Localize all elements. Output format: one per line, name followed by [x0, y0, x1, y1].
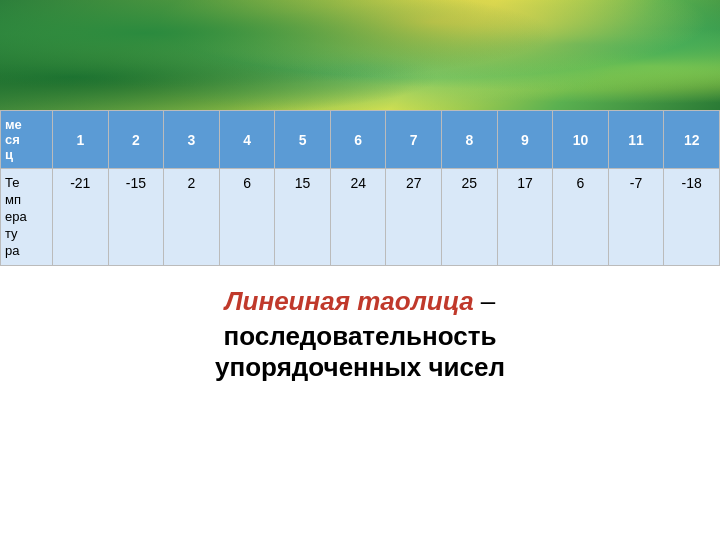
background-gradient: [0, 0, 720, 110]
header-cell-8: 8: [442, 111, 498, 169]
bottom-line-1: Линеиная таолица –: [60, 286, 660, 317]
data-cell-4: 6: [219, 169, 275, 266]
data-cell-3: 2: [164, 169, 220, 266]
data-cell-2: -15: [108, 169, 164, 266]
data-cell-12: -18: [664, 169, 720, 266]
data-cell-1: -21: [53, 169, 109, 266]
data-cell-11: -7: [608, 169, 664, 266]
bottom-line-3: упорядоченных чисел: [60, 352, 660, 383]
data-cell-label: Температура: [1, 169, 53, 266]
bottom-line-2: последовательность: [60, 321, 660, 352]
bottom-text-block: Линеиная таолица – последовательность уп…: [0, 266, 720, 393]
header-cell-2: 2: [108, 111, 164, 169]
table-container: месяц 1 2 3 4 5 6 7 8 9 10 11 12 Темпера…: [0, 110, 720, 266]
header-cell-month: месяц: [1, 111, 53, 169]
header-cell-9: 9: [497, 111, 553, 169]
header-cell-11: 11: [608, 111, 664, 169]
data-table: месяц 1 2 3 4 5 6 7 8 9 10 11 12 Темпера…: [0, 110, 720, 266]
header-cell-10: 10: [553, 111, 609, 169]
header-cell-6: 6: [330, 111, 386, 169]
data-cell-9: 17: [497, 169, 553, 266]
data-row: Температура -21 -15 2 6 15 24 27 25 17 6…: [1, 169, 720, 266]
data-cell-5: 15: [275, 169, 331, 266]
header-cell-4: 4: [219, 111, 275, 169]
header-cell-12: 12: [664, 111, 720, 169]
header-cell-1: 1: [53, 111, 109, 169]
data-cell-10: 6: [553, 169, 609, 266]
header-cell-3: 3: [164, 111, 220, 169]
header-cell-7: 7: [386, 111, 442, 169]
top-decorative-image: [0, 0, 720, 110]
header-cell-5: 5: [275, 111, 331, 169]
data-cell-7: 27: [386, 169, 442, 266]
dash-text: –: [474, 286, 496, 316]
header-row: месяц 1 2 3 4 5 6 7 8 9 10 11 12: [1, 111, 720, 169]
data-cell-6: 24: [330, 169, 386, 266]
data-cell-8: 25: [442, 169, 498, 266]
italic-title: Линеиная таолица: [225, 286, 474, 316]
